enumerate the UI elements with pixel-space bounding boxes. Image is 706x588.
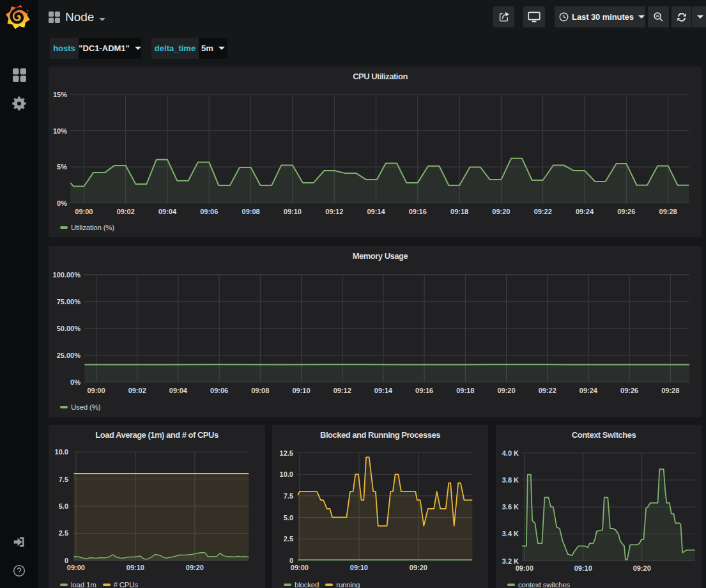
svg-text:4.0 K: 4.0 K [502,449,519,457]
svg-text:09:28: 09:28 [659,208,677,215]
svg-text:09:14: 09:14 [374,387,393,394]
svg-text:2.5: 2.5 [59,529,68,537]
svg-text:10%: 10% [53,127,67,135]
svg-text:15%: 15% [53,91,67,98]
svg-text:09:00: 09:00 [67,564,85,571]
svg-text:100.00%: 100.00% [53,271,81,279]
svg-text:3.6 K: 3.6 K [502,503,519,511]
svg-text:09:24: 09:24 [579,387,598,394]
svg-text:3.8 K: 3.8 K [502,476,519,484]
svg-text:75.00%: 75.00% [57,298,81,306]
svg-text:09:00: 09:00 [75,208,93,215]
svg-text:09:04: 09:04 [158,208,177,215]
svg-text:5.0: 5.0 [59,502,68,510]
svg-text:09:26: 09:26 [620,387,638,394]
svg-text:09:18: 09:18 [456,387,474,394]
svg-text:09:10: 09:10 [284,208,302,215]
svg-text:7.5: 7.5 [59,476,68,483]
svg-text:10.0: 10.0 [280,470,293,478]
svg-text:09:10: 09:10 [574,564,592,572]
svg-text:0%: 0% [70,378,81,386]
svg-text:25.00%: 25.00% [57,352,81,359]
svg-text:0%: 0% [57,199,67,207]
svg-text:09:18: 09:18 [450,208,468,215]
svg-text:09:04: 09:04 [169,387,188,394]
svg-text:09:08: 09:08 [251,387,269,394]
svg-text:5.0: 5.0 [284,514,293,522]
svg-text:09:22: 09:22 [534,208,552,215]
svg-text:7.5: 7.5 [284,492,293,500]
svg-text:09:16: 09:16 [415,387,433,394]
svg-text:09:20: 09:20 [633,564,651,572]
svg-text:09:10: 09:10 [127,564,144,571]
svg-text:3.4 K: 3.4 K [502,530,519,538]
svg-text:09:00: 09:00 [291,564,309,571]
svg-text:09:16: 09:16 [409,208,427,215]
svg-text:09:00: 09:00 [516,564,533,572]
svg-text:09:10: 09:10 [350,564,368,571]
svg-text:09:12: 09:12 [325,208,343,215]
svg-text:09:14: 09:14 [367,208,385,215]
svg-text:10.0: 10.0 [55,448,68,456]
svg-text:09:12: 09:12 [334,387,351,394]
svg-text:09:28: 09:28 [661,387,679,394]
svg-text:09:20: 09:20 [497,387,515,394]
svg-text:09:20: 09:20 [186,564,204,571]
svg-text:09:20: 09:20 [492,208,510,215]
svg-text:09:02: 09:02 [128,387,146,394]
svg-text:09:22: 09:22 [539,387,556,394]
svg-text:09:10: 09:10 [292,387,310,394]
svg-text:2.5: 2.5 [284,535,293,543]
svg-text:5%: 5% [57,163,67,171]
svg-text:09:00: 09:00 [87,387,105,394]
svg-text:09:08: 09:08 [242,208,260,215]
svg-text:09:06: 09:06 [200,208,218,215]
svg-text:12.5: 12.5 [280,449,293,457]
svg-text:09:02: 09:02 [117,208,135,215]
svg-text:09:20: 09:20 [410,564,427,571]
svg-text:09:24: 09:24 [576,208,594,215]
svg-text:50.00%: 50.00% [57,325,81,332]
svg-text:09:26: 09:26 [617,208,635,215]
svg-text:09:06: 09:06 [210,387,228,394]
